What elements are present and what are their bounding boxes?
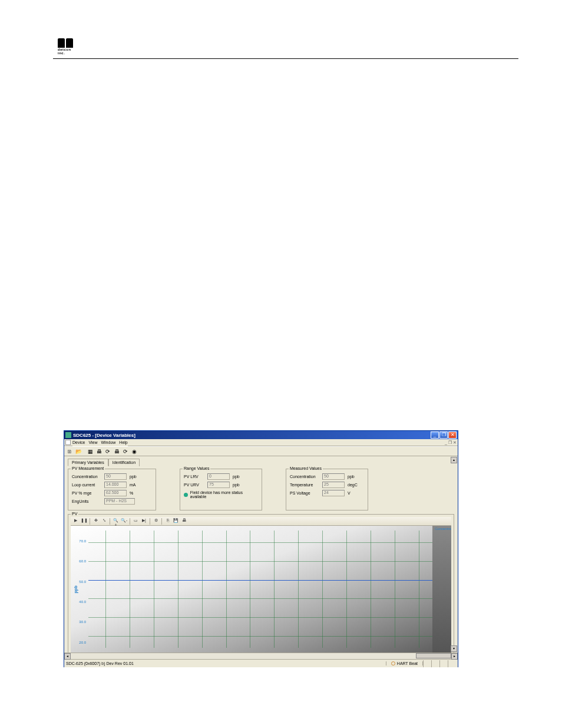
- tab-identification[interactable]: Identification: [108, 459, 140, 466]
- print-icon[interactable]: 🖶: [95, 447, 103, 456]
- measured-values-legend: Measured Values: [289, 466, 323, 470]
- engunits-field[interactable]: PPM - H2S: [104, 498, 135, 505]
- mdi-child-bar: Device View Window Help _ ❐ ✕: [64, 439, 458, 446]
- main-toolbar: 🗎 📂 ▦ 🖶 ⟳ 🖶 ⟳ ◉: [64, 446, 458, 456]
- pv-urv-unit: ppb: [233, 483, 244, 487]
- mdi-restore-icon[interactable]: ❐: [448, 440, 452, 445]
- chart-data-line: [88, 580, 432, 581]
- content-area: ▴ Primary Variables Identification PV Me…: [64, 456, 458, 653]
- menu-device[interactable]: Device: [72, 440, 85, 444]
- chart-toolbar: ▶ ❚❚ ✥ ⤡ 🔍+ 🔍- ▭ ▶| ⚙ ⎘ 💾 🖶: [71, 517, 451, 526]
- loop-current-label: Loop current: [72, 483, 104, 487]
- window-title: SDC625 - [Device Variables]: [73, 433, 431, 438]
- status-cell-4: [448, 660, 456, 667]
- status-cell-3: [439, 660, 448, 667]
- ps-voltage-field[interactable]: 24: [322, 490, 345, 496]
- status-cell-1: [423, 660, 431, 667]
- status-left-text: SDC-625 (0x6007) b) Dev Rev 01.01: [66, 661, 386, 666]
- pv-lrv-label: PV LRV: [184, 475, 207, 479]
- toolbar-icon-3[interactable]: 🖶: [113, 447, 121, 456]
- move-icon[interactable]: ✥: [92, 518, 99, 525]
- status-indicator-icon: [184, 493, 188, 497]
- range-values-legend: Range Values: [183, 466, 210, 470]
- measured-values-group: Measured Values Concentration 50 ppb Tem…: [286, 469, 368, 510]
- y-tick-50: 50.0: [79, 580, 86, 584]
- scroll-down-button[interactable]: ▾: [451, 645, 457, 652]
- app-icon: [65, 432, 71, 438]
- titlebar: SDC625 - [Device Variables] _ ❐ ✕: [64, 431, 458, 439]
- horizontal-scrollbar[interactable]: ◂ ▸: [64, 653, 458, 659]
- pv-measurement-legend: PV Measurement: [71, 466, 105, 470]
- open-icon[interactable]: 📂: [74, 447, 82, 456]
- status-text: Field device has more status available: [190, 490, 258, 499]
- pv-lrv-unit: ppb: [233, 475, 244, 479]
- save-icon[interactable]: 💾: [173, 518, 179, 525]
- settings-icon[interactable]: ⚙: [153, 518, 159, 525]
- chart-print-icon[interactable]: 🖶: [181, 518, 187, 525]
- pv-chart-group: PV ▶ ❚❚ ✥ ⤡ 🔍+ 🔍- ▭ ▶| ⚙ ⎘ 💾 🖶: [68, 514, 454, 653]
- engunits-label: EngUnits: [72, 499, 104, 503]
- tab-primary-variables[interactable]: Primary Variables: [68, 459, 108, 466]
- loop-current-unit: mA: [130, 483, 141, 487]
- pv-range-field[interactable]: 62.500: [104, 490, 127, 496]
- toolbar-icon-4[interactable]: ⟳: [121, 447, 130, 456]
- toolbar-icon-2[interactable]: ⟳: [104, 447, 112, 456]
- y-tick-60: 60.0: [79, 559, 86, 563]
- mv-concentration-unit: ppb: [348, 475, 359, 479]
- mdi-child-icon: [65, 440, 71, 445]
- minimize-button[interactable]: _: [431, 431, 439, 439]
- mv-concentration-field[interactable]: 50: [322, 473, 345, 480]
- scroll-thumb[interactable]: [416, 653, 451, 658]
- mdi-close-icon[interactable]: ✕: [453, 440, 457, 445]
- close-button[interactable]: ✕: [448, 431, 457, 439]
- y-tick-40: 40.0: [79, 600, 86, 604]
- chart-legend-box: Concentra: [432, 526, 451, 653]
- play-icon[interactable]: ▶: [72, 518, 79, 525]
- concentration-field[interactable]: 50: [104, 473, 127, 480]
- pv-urv-field[interactable]: 75: [207, 482, 230, 488]
- chart-plot-area[interactable]: ppb 70.0 60.0 50.0 40.0 30.0 20.0: [71, 526, 432, 653]
- loop-current-field[interactable]: 14.000: [104, 482, 127, 488]
- mdi-minimize-icon[interactable]: _: [445, 440, 447, 445]
- toolbar-icon-1[interactable]: ▦: [86, 447, 94, 456]
- zoom-out-icon[interactable]: 🔍-: [121, 518, 127, 525]
- pv-measurement-group: PV Measurement Concentration 50 ppb Loop…: [68, 469, 156, 510]
- hart-beat-label: HART Beat: [397, 661, 418, 666]
- mv-concentration-label: Concentration: [290, 475, 322, 479]
- hart-beat-icon: [391, 661, 395, 666]
- menu-view[interactable]: View: [88, 440, 97, 444]
- ps-voltage-unit: V: [348, 491, 359, 495]
- pause-icon[interactable]: ❚❚: [81, 518, 87, 525]
- zoom-in-icon[interactable]: 🔍+: [113, 518, 119, 525]
- ps-voltage-label: PS Voltage: [290, 491, 322, 495]
- fit-icon[interactable]: ▭: [133, 518, 139, 525]
- temperature-unit: degC: [348, 483, 359, 487]
- new-icon[interactable]: 🗎: [65, 447, 74, 456]
- toolbar-icon-5[interactable]: ◉: [130, 447, 138, 456]
- pv-range-label: PV % rnge: [72, 491, 104, 495]
- pv-urv-label: PV URV: [184, 483, 207, 487]
- copy-icon[interactable]: ⎘: [164, 518, 171, 525]
- concentration-unit: ppb: [130, 475, 141, 479]
- skip-end-icon[interactable]: ▶|: [141, 518, 147, 525]
- chart-body: ppb 70.0 60.0 50.0 40.0 30.0 20.0: [71, 526, 451, 653]
- header-divider: [53, 58, 518, 59]
- concentration-label: Concentration: [72, 475, 104, 479]
- pv-lrv-field[interactable]: 0: [207, 473, 230, 480]
- app-window: SDC625 - [Device Variables] _ ❐ ✕ Device…: [64, 430, 458, 667]
- maximize-button[interactable]: ❐: [439, 431, 448, 439]
- y-tick-20: 20.0: [79, 641, 86, 644]
- legend-series-label: Concentra: [435, 527, 451, 531]
- page-logo: detcon inc.: [58, 38, 74, 51]
- menu-help[interactable]: Help: [119, 440, 127, 444]
- scroll-left-button[interactable]: ◂: [64, 653, 71, 660]
- scroll-right-button[interactable]: ▸: [451, 653, 458, 660]
- temperature-field[interactable]: 25: [322, 482, 345, 488]
- scroll-up-button[interactable]: ▴: [451, 457, 457, 463]
- menu-window[interactable]: Window: [101, 440, 115, 444]
- temperature-label: Temperature: [290, 483, 322, 487]
- cursor-icon[interactable]: ⤡: [101, 518, 107, 525]
- y-tick-70: 70.0: [79, 539, 86, 543]
- y-tick-30: 30.0: [79, 620, 86, 624]
- chart-grid: [88, 531, 432, 648]
